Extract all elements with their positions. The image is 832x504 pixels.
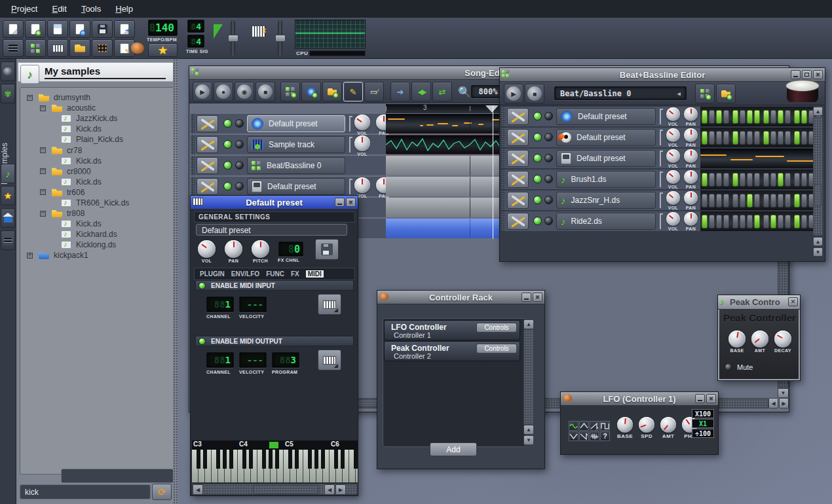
tab-plugin[interactable]: PLUGIN bbox=[200, 270, 225, 278]
track-pan-knob[interactable]: PAN bbox=[684, 149, 698, 168]
track-solo-knob[interactable] bbox=[235, 161, 244, 170]
beat-cell[interactable] bbox=[723, 194, 729, 207]
tree-item[interactable]: Kick.ds bbox=[20, 156, 174, 166]
tree-item[interactable]: JazzKick.ds bbox=[20, 113, 174, 124]
track-name-plate[interactable]: ♪Ride2.ds bbox=[556, 213, 656, 230]
peak-base-knob[interactable]: BASE bbox=[728, 331, 746, 353]
track-mute-led[interactable] bbox=[223, 182, 232, 190]
track-grip[interactable] bbox=[501, 149, 505, 168]
track-name-plate[interactable]: Sample track bbox=[247, 136, 345, 153]
track-grip[interactable] bbox=[501, 170, 505, 189]
rack-scroll-up-button2[interactable]: ▲ bbox=[523, 425, 534, 435]
panel-resize-handle[interactable] bbox=[173, 59, 178, 504]
beat-cell[interactable] bbox=[747, 215, 753, 228]
controller-item[interactable]: Peak Controller Controller 2 Controls bbox=[384, 341, 520, 361]
track-actions-button[interactable] bbox=[197, 115, 218, 132]
track-grip[interactable] bbox=[191, 177, 195, 196]
fx-channel-display[interactable]: 80 bbox=[278, 242, 303, 257]
recent-projects-button[interactable]: ◔ bbox=[69, 20, 90, 38]
beat-cell[interactable] bbox=[723, 110, 729, 124]
track-solo-knob[interactable] bbox=[544, 133, 553, 141]
beat-cell[interactable] bbox=[723, 173, 729, 187]
track-name-plate[interactable]: Beat/Bassline 0 bbox=[247, 157, 345, 174]
user-wave-button[interactable]: ? bbox=[600, 431, 610, 441]
piano-keyboard[interactable] bbox=[192, 450, 358, 482]
beat-cell[interactable] bbox=[754, 173, 760, 187]
track-volume-knob[interactable]: VOL bbox=[666, 149, 680, 168]
minimize-button[interactable] bbox=[695, 394, 705, 403]
beat-cell[interactable] bbox=[794, 131, 800, 145]
track-solo-knob[interactable] bbox=[544, 196, 553, 204]
beat-cell[interactable] bbox=[754, 194, 760, 207]
toggle-automation-button[interactable] bbox=[92, 39, 113, 57]
controls-button[interactable]: Controls bbox=[476, 323, 517, 333]
search-input[interactable] bbox=[20, 484, 151, 499]
midi-out-channel-display[interactable]: 881 bbox=[206, 352, 234, 368]
track-grip[interactable] bbox=[501, 211, 505, 231]
beat-cell[interactable] bbox=[709, 110, 715, 124]
scroll-right-button[interactable]: ▶ bbox=[335, 484, 346, 495]
rack-vertical-scrollbar[interactable] bbox=[523, 329, 534, 425]
track-pan-knob[interactable]: PAN bbox=[684, 170, 698, 189]
pattern-segment[interactable] bbox=[700, 149, 817, 168]
beat-cell[interactable] bbox=[785, 131, 791, 145]
midi-in-channel-display[interactable]: 881 bbox=[206, 297, 234, 312]
tree-item[interactable]: Kick.ds bbox=[20, 219, 174, 229]
beat-cell[interactable] bbox=[770, 110, 776, 124]
add-sample-track-button[interactable]: + bbox=[301, 82, 321, 101]
beat-cell[interactable] bbox=[785, 173, 791, 187]
beat-cell[interactable] bbox=[801, 194, 807, 207]
tree-expander-icon[interactable] bbox=[40, 211, 46, 217]
loop-marker-button[interactable]: ◀▶ bbox=[411, 82, 431, 101]
tab-midi[interactable]: MIDI bbox=[306, 270, 324, 278]
beat-cell[interactable] bbox=[747, 110, 753, 124]
tree-item[interactable]: cr78 bbox=[20, 145, 174, 155]
track-mute-led[interactable] bbox=[533, 175, 542, 183]
mute-checkbox[interactable]: Mute bbox=[725, 363, 753, 371]
track-volume-knob[interactable]: VOL bbox=[666, 191, 680, 210]
rack-scroll-up-button[interactable]: ▲ bbox=[523, 319, 534, 329]
controls-button[interactable]: Controls bbox=[476, 344, 517, 353]
close-button[interactable]: ✕ bbox=[346, 198, 356, 207]
track-reorder-button[interactable]: ⇄ bbox=[432, 82, 452, 101]
midi-out-keys-button[interactable]: ◢ bbox=[318, 350, 341, 370]
beat-cell[interactable] bbox=[716, 215, 722, 228]
bb-scroll-up-button2[interactable]: ▲ bbox=[813, 237, 823, 246]
add-automation-track-button[interactable]: + bbox=[322, 82, 342, 101]
track-solo-knob[interactable] bbox=[235, 119, 244, 128]
track-mute-led[interactable] bbox=[223, 161, 232, 170]
tree-expander-icon[interactable] bbox=[40, 105, 46, 111]
stop-button[interactable]: ■ bbox=[255, 82, 275, 101]
add-controller-button[interactable]: Add bbox=[430, 442, 477, 456]
beat-cell[interactable] bbox=[785, 194, 791, 207]
beat-cell[interactable] bbox=[747, 173, 753, 187]
tree-item[interactable]: Kickhard.ds bbox=[20, 229, 174, 240]
play-button[interactable]: ▶ bbox=[193, 82, 212, 101]
lfo-base-knob[interactable]: BASE bbox=[617, 417, 633, 439]
bb-stop-button[interactable]: ■ bbox=[525, 84, 544, 103]
beat-cell[interactable] bbox=[763, 131, 769, 145]
toggle-song-editor-button[interactable] bbox=[3, 39, 24, 57]
tab-envlfo[interactable]: ENV/LFO bbox=[231, 270, 259, 278]
track-solo-knob[interactable] bbox=[544, 175, 553, 183]
beat-cell[interactable] bbox=[778, 110, 784, 124]
track-grip[interactable] bbox=[501, 190, 505, 210]
track-actions-button[interactable] bbox=[197, 157, 218, 174]
track-volume-knob[interactable]: VOL bbox=[666, 107, 680, 126]
track-name-plate[interactable]: ♪JazzSnr_H.ds bbox=[556, 192, 656, 209]
midi-in-velocity-display[interactable]: --- bbox=[239, 297, 267, 312]
beat-cell[interactable] bbox=[732, 194, 738, 207]
tree-item[interactable]: Kick.ds bbox=[20, 177, 174, 187]
beat-cell[interactable] bbox=[732, 173, 738, 187]
lfo-speed-knob[interactable]: SPD bbox=[639, 417, 654, 439]
tab-fx[interactable]: FX bbox=[291, 270, 299, 278]
beat-cell[interactable] bbox=[702, 173, 708, 187]
beat-cell[interactable] bbox=[754, 131, 760, 145]
track-grip[interactable] bbox=[501, 107, 505, 126]
track-mute-led[interactable] bbox=[533, 154, 542, 162]
track-solo-knob[interactable] bbox=[544, 154, 553, 162]
scroll-left-button[interactable]: ◀ bbox=[768, 398, 778, 408]
track-mute-led[interactable] bbox=[533, 112, 542, 120]
track-volume-knob[interactable]: VOL bbox=[354, 135, 370, 156]
track-volume-knob[interactable]: VOL bbox=[354, 115, 370, 135]
